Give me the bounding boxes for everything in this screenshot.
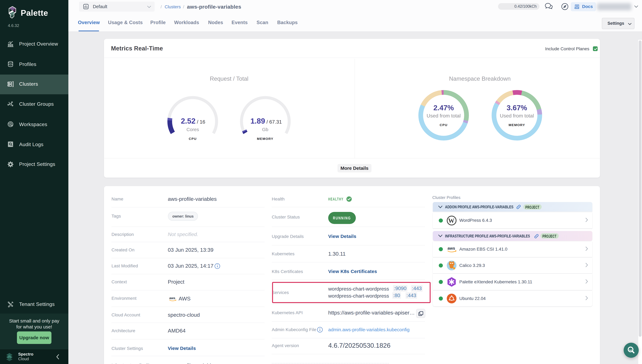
svg-text:aws: aws (169, 296, 175, 300)
svg-text:aws: aws (448, 246, 455, 250)
